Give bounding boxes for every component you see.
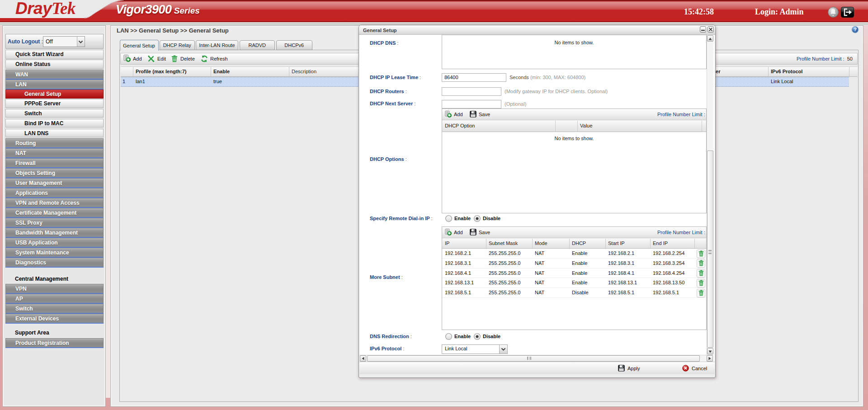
svg-text:?: ? bbox=[854, 27, 857, 32]
